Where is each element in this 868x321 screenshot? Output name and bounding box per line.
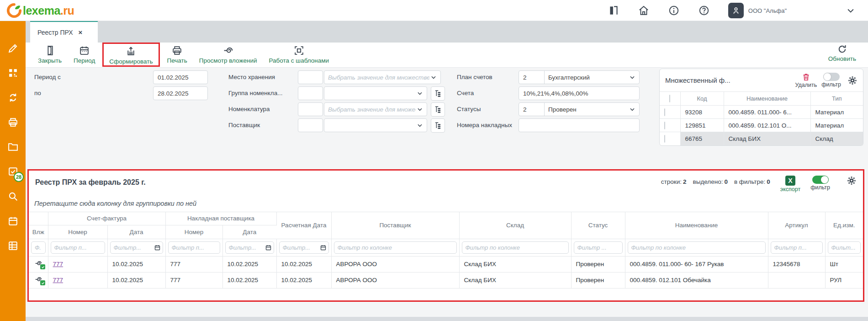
calendar-icon[interactable] [320, 244, 327, 251]
supplier-tree-button[interactable] [431, 118, 445, 133]
sidebar-item-calendar[interactable] [0, 209, 26, 233]
filter-supplier-input[interactable] [334, 241, 457, 254]
select-all-checkbox[interactable] [669, 95, 670, 102]
col-invoice-date[interactable]: Дата [107, 225, 165, 239]
chevron-down-icon[interactable] [846, 6, 855, 15]
nomenclature-tree-button[interactable] [431, 102, 445, 117]
col-status[interactable]: Статус [571, 212, 625, 239]
generate-button[interactable]: Сформировать [107, 46, 154, 65]
info-icon[interactable] [668, 5, 680, 16]
calendar-icon[interactable] [265, 244, 272, 251]
col-waybill-date[interactable]: Дата [222, 225, 276, 239]
filter-warehouse-input[interactable] [462, 241, 569, 254]
user-avatar[interactable] [728, 3, 744, 18]
help-icon[interactable] [698, 5, 710, 16]
refresh-button[interactable]: Обновить [828, 44, 856, 62]
templates-button[interactable]: Работа с шаблонами [263, 45, 335, 64]
calendar-icon [7, 215, 19, 227]
registry-row[interactable]: 777 10.02.2025 777 10.02.2025 10.02.2025… [29, 272, 863, 288]
group-waybill[interactable]: Накладная поставщика [165, 212, 276, 225]
attachments-button[interactable]: Просмотр вложений [193, 45, 263, 64]
col-attach[interactable]: Влж [29, 225, 48, 239]
supplier-select[interactable] [324, 118, 427, 132]
col-article[interactable]: Артикул [768, 212, 825, 239]
filter-waybill-number-input[interactable] [168, 241, 220, 254]
tab-title: Реестр ПРХ [37, 29, 73, 36]
invoice-number-link[interactable]: 777 [53, 261, 64, 268]
row-checkbox[interactable] [664, 122, 665, 129]
grid-filter-toggle[interactable]: фильтр [810, 176, 830, 191]
group-invoice[interactable]: Счет-фактура [48, 212, 165, 225]
sidebar-item-tasks[interactable]: 28 [0, 159, 26, 184]
storage-code-input[interactable] [298, 70, 323, 84]
col-unit[interactable]: Ед.изм. [825, 212, 863, 239]
attachment-icon[interactable] [33, 259, 43, 268]
export-button[interactable]: X экспорт [780, 176, 800, 193]
col-supplier[interactable]: Поставщик [331, 212, 459, 239]
nomen-group-select[interactable] [324, 86, 427, 100]
period-to-input[interactable] [153, 86, 208, 100]
group-by-hint[interactable]: Перетащите сюда колонку для группировки … [29, 193, 863, 212]
gear-icon[interactable] [847, 75, 857, 86]
folder-icon [7, 141, 19, 153]
printer-icon [7, 117, 19, 128]
filter-name-input[interactable] [628, 241, 766, 254]
accounts-plan-select[interactable]: 2 Бухгалтерский [519, 70, 640, 84]
row-checkbox[interactable] [664, 108, 665, 116]
filter-attach-input[interactable] [31, 241, 46, 254]
filter-status-input[interactable] [574, 241, 623, 254]
home-icon[interactable] [638, 5, 650, 16]
col-name[interactable]: Наименование [625, 212, 768, 239]
calendar-icon[interactable] [154, 244, 161, 251]
sidebar-item-print[interactable] [0, 110, 26, 134]
sidebar-item-documents[interactable] [0, 134, 26, 159]
sidebar-item-search[interactable] [0, 184, 26, 209]
sidebar-item-reports[interactable] [0, 233, 26, 258]
multi-filter-toggle[interactable]: фильтр [821, 73, 841, 88]
print-button[interactable]: Печать [161, 45, 193, 64]
invoice-number-link[interactable]: 777 [53, 277, 64, 284]
sidebar-item-modules[interactable] [0, 60, 26, 85]
waybill-numbers-input[interactable] [519, 118, 640, 132]
filter-article-input[interactable] [771, 241, 823, 254]
delete-button[interactable]: Удалить [795, 73, 817, 88]
col-invoice-number[interactable]: Номер [48, 225, 107, 239]
tab-reestr-prh[interactable]: Реестр ПРХ × [30, 21, 98, 43]
period-button[interactable]: Период [68, 45, 101, 64]
toggle-on-switch[interactable] [812, 176, 829, 184]
col-warehouse[interactable]: Склад [459, 212, 571, 239]
supplier-code-input[interactable] [298, 118, 323, 132]
multi-filter-row[interactable]: 129851 000.4859. 012.101 О... Материал [660, 119, 863, 132]
period-from-input[interactable] [153, 70, 208, 84]
toggle-off-switch[interactable] [823, 73, 840, 81]
filter-invoice-number-input[interactable] [51, 241, 105, 254]
nomenclature-code-input[interactable] [298, 102, 323, 116]
sidebar-item-sync[interactable] [0, 85, 26, 110]
generate-icon [125, 46, 137, 57]
accounts-input[interactable] [519, 86, 640, 100]
sidebar-item-edit[interactable] [0, 36, 26, 60]
lexema-logo[interactable]: lexema.ru [6, 3, 74, 18]
col-calc-date[interactable]: Расчетная Дата [276, 212, 331, 239]
attachment-icon[interactable] [33, 275, 43, 284]
nomen-group-code-input[interactable] [298, 86, 323, 100]
close-button[interactable]: Закрыть [32, 45, 68, 64]
nomen-group-label: Группа номенкла... [228, 86, 282, 100]
filter-unit-input[interactable] [828, 241, 861, 254]
nomenclature-select[interactable]: Выбрать значение для множествен [324, 102, 427, 116]
nomen-group-tree-button[interactable] [431, 86, 445, 101]
generate-highlight-box: Сформировать [102, 43, 159, 67]
registry-row[interactable]: 777 10.02.2025 777 10.02.2025 10.02.2025… [29, 256, 863, 272]
multi-filter-row[interactable]: 93208 000.4859. 011.000- 6... Материал [660, 106, 863, 119]
statuses-select[interactable]: 2 Проверен [519, 102, 640, 116]
exit-icon[interactable] [608, 5, 619, 16]
gear-icon[interactable] [847, 176, 857, 186]
tab-close-icon[interactable]: × [79, 29, 83, 36]
multi-filter-row-selected[interactable]: 66765 Склад БИХ Склад [660, 132, 863, 145]
col-waybill-number[interactable]: Номер [165, 225, 222, 239]
registry-table: Счет-фактура Накладная поставщика Расчет… [29, 212, 863, 289]
row-checkbox[interactable] [664, 135, 665, 143]
excel-icon: X [785, 176, 795, 186]
storage-select[interactable]: Выбрать значение для множественного [324, 70, 441, 84]
period-from-label: Период с [34, 70, 61, 84]
